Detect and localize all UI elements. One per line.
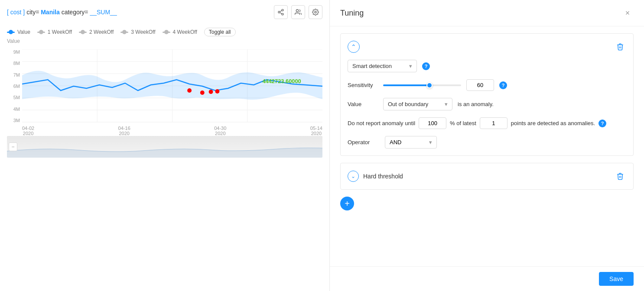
svg-point-17 <box>187 88 192 93</box>
tuning-body: ⌃ Smart detection ▾ ? Sensitivity <box>330 26 644 266</box>
collapse-button[interactable]: ⌃ <box>348 41 360 53</box>
chart-legend: Value 1 WeekOff 2 WeekOff 3 WeekOff 4 We… <box>0 24 329 36</box>
tuning-footer: Save <box>330 266 644 291</box>
legend-value: Value <box>7 29 30 35</box>
legend-1weekoff-label: 1 WeekOff <box>48 29 72 35</box>
city-label: city= <box>26 9 39 16</box>
operator-select[interactable]: AND ▾ <box>385 136 437 149</box>
detection-method-label: Smart detection <box>352 63 392 69</box>
svg-point-0 <box>282 9 283 11</box>
chart-svg: 4442723.60000 <box>22 49 322 123</box>
title-prefix: [ cost ] <box>7 9 25 16</box>
svg-line-3 <box>280 13 282 14</box>
settings-icon-btn[interactable] <box>309 5 322 19</box>
svg-point-6 <box>315 11 316 13</box>
detection-chevron-icon: ▾ <box>409 63 412 69</box>
hard-threshold-collapse-btn[interactable]: ⌄ <box>348 171 359 182</box>
operator-label: Operator <box>348 139 378 146</box>
chart-area: 9M 8M 7M 6M 5M 4M 3M <box>7 49 322 136</box>
operator-row: Operator AND ▾ <box>348 136 626 149</box>
report-help-icon[interactable]: ? <box>598 120 606 127</box>
x-label-0416: 04-162020 <box>118 126 130 136</box>
chevron-up-icon: ⌃ <box>351 43 356 50</box>
x-label-0430: 04-302020 <box>214 126 226 136</box>
legend-2weekoff-label: 2 WeekOff <box>89 29 114 35</box>
y-axis-labels: 9M 8M 7M 6M 5M 4M 3M <box>7 49 20 123</box>
delete-detection-button[interactable] <box>614 41 626 53</box>
report-points-input[interactable]: 1 <box>480 117 507 129</box>
hard-threshold-label: Hard threshold <box>363 173 403 180</box>
svg-point-2 <box>282 13 283 15</box>
svg-point-20 <box>215 89 220 94</box>
detection-method-select[interactable]: Smart detection ▾ <box>348 60 417 72</box>
toggle-all-button[interactable]: Toggle all <box>204 28 236 36</box>
svg-point-18 <box>200 91 205 95</box>
minimap-collapse-btn[interactable]: − <box>9 142 17 151</box>
hard-threshold-header: ⌄ Hard threshold <box>348 170 626 182</box>
legend-4weekoff-label: 4 WeekOff <box>173 29 197 35</box>
detection-help-icon[interactable]: ? <box>422 62 430 70</box>
out-of-boundary-label: Out of boundary <box>388 101 428 107</box>
legend-2weekoff: 2 WeekOff <box>79 29 114 35</box>
sensitivity-help-icon[interactable]: ? <box>499 81 507 89</box>
sum-value: __SUM__ <box>90 9 117 16</box>
svg-point-19 <box>209 90 213 94</box>
chevron-down-icon: ⌄ <box>351 173 355 179</box>
operator-chevron-icon: ▾ <box>429 139 432 146</box>
legend-value-label: Value <box>17 29 30 35</box>
smart-detection-section: ⌃ Smart detection ▾ ? Sensitivity <box>340 33 634 156</box>
detection-method-row: Smart detection ▾ ? <box>348 60 626 72</box>
legend-3weekoff: 3 WeekOff <box>120 29 155 35</box>
report-percent-input[interactable]: 100 <box>419 117 446 129</box>
legend-3weekoff-label: 3 WeekOff <box>131 29 155 35</box>
svg-point-1 <box>278 11 280 13</box>
hard-threshold-section: ⌄ Hard threshold <box>340 163 634 190</box>
svg-point-5 <box>296 10 298 12</box>
y-axis-title: Value <box>0 36 329 46</box>
x-axis-labels: 04-022020 04-162020 04-302020 05-142020 <box>22 126 322 136</box>
is-anomaly-text: is an anomaly. <box>458 101 494 107</box>
report-row: Do not report anomaly until 100 % of lat… <box>348 117 626 129</box>
chart-icons <box>274 5 322 19</box>
tuning-panel: Tuning × ⌃ Smart detection ▾ <box>329 0 644 291</box>
legend-4weekoff: 4 WeekOff <box>163 29 197 35</box>
category-label-text: category= <box>62 9 88 16</box>
hard-threshold-left: ⌄ Hard threshold <box>348 171 403 182</box>
users-icon-btn[interactable] <box>291 5 305 19</box>
chart-panel: [ cost ] city= Manila category= __SUM__ <box>0 0 329 291</box>
close-button[interactable]: × <box>621 7 634 19</box>
sensitivity-slider[interactable] <box>383 84 461 86</box>
chart-minimap: − <box>7 136 322 158</box>
value-label: Value <box>348 101 378 107</box>
sensitivity-input[interactable]: 60 <box>466 79 494 91</box>
sensitivity-row: Sensitivity 60 ? <box>348 79 626 91</box>
anomaly-row: Value Out of boundary ▾ is an anomaly. <box>348 98 626 110</box>
svg-text:4442723.60000: 4442723.60000 <box>262 78 301 84</box>
report-prefix: Do not report anomaly until <box>348 120 415 126</box>
tuning-title: Tuning <box>340 9 364 18</box>
chart-header: [ cost ] city= Manila category= __SUM__ <box>0 0 329 24</box>
legend-1weekoff: 1 WeekOff <box>37 29 72 35</box>
x-label-0402: 04-022020 <box>22 126 34 136</box>
report-suffix: points are detected as anomalies. <box>511 120 595 126</box>
out-of-boundary-select[interactable]: Out of boundary ▾ <box>383 98 452 110</box>
save-button[interactable]: Save <box>599 272 634 286</box>
sensitivity-label: Sensitivity <box>348 82 378 88</box>
city-value: Manila <box>41 9 60 16</box>
delete-hard-threshold-button[interactable] <box>614 170 626 182</box>
operator-value: AND <box>390 139 401 146</box>
x-label-0514: 05-142020 <box>310 126 322 136</box>
section-header-row: ⌃ <box>348 41 626 53</box>
tuning-header: Tuning × <box>330 0 644 26</box>
chart-title: [ cost ] city= Manila category= __SUM__ <box>7 9 117 16</box>
boundary-chevron-icon: ▾ <box>445 101 448 107</box>
share-icon-btn[interactable] <box>274 5 288 19</box>
add-condition-button[interactable]: + <box>340 197 354 210</box>
report-percent-label: % of latest <box>450 120 476 126</box>
svg-line-4 <box>280 10 282 12</box>
